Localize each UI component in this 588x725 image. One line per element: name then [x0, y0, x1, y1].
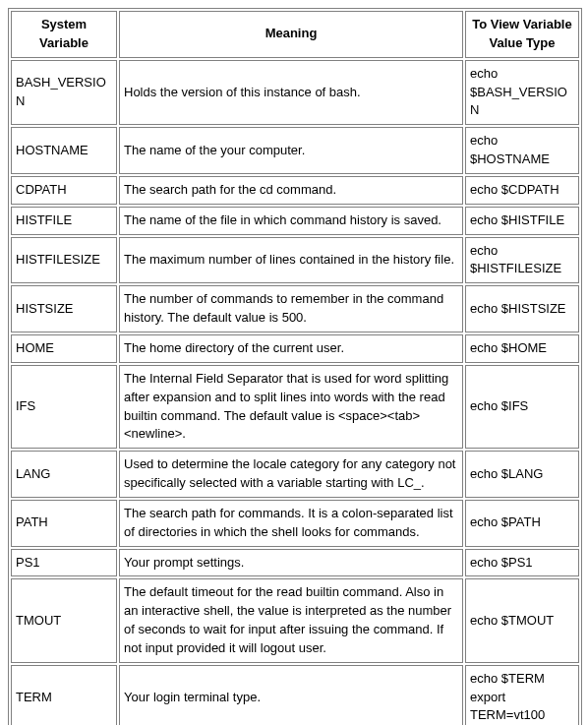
cell-meaning: The Internal Field Separator that is use… [119, 365, 463, 449]
cell-meaning: The search path for commands. It is a co… [119, 500, 463, 547]
cell-system-variable: TERM [11, 665, 117, 725]
header-meaning: Meaning [119, 11, 463, 58]
cell-meaning: The number of commands to remember in th… [119, 285, 463, 332]
cell-view: echo $CDPATH [465, 176, 579, 205]
table-row: IFSThe Internal Field Separator that is … [11, 365, 579, 449]
table-row: CDPATHThe search path for the cd command… [11, 176, 579, 205]
table-row: HOSTNAMEThe name of the your computer.ec… [11, 127, 579, 174]
table-row: LANGUsed to determine the locale categor… [11, 451, 579, 498]
cell-system-variable: BASH_VERSION [11, 60, 117, 126]
cell-meaning: The default timeout for the read builtin… [119, 578, 463, 662]
cell-meaning: The name of the file in which command hi… [119, 207, 463, 235]
cell-system-variable: HOME [11, 334, 117, 363]
cell-view: echo $PS1 [465, 549, 579, 577]
cell-view: echo $HISTSIZE [465, 285, 579, 332]
cell-view: echo $PATH [465, 500, 579, 547]
cell-system-variable: HISTSIZE [11, 285, 117, 332]
cell-meaning: Your login terminal type. [119, 665, 463, 725]
cell-meaning: Used to determine the locale category fo… [119, 451, 463, 498]
cell-view: echo $HOME [465, 334, 579, 363]
cell-view: echo $HOSTNAME [465, 127, 579, 174]
cell-view: echo $LANG [465, 451, 579, 498]
table-row: HISTFILEThe name of the file in which co… [11, 207, 579, 235]
cell-meaning: The maximum number of lines contained in… [119, 237, 463, 284]
cell-system-variable: CDPATH [11, 176, 117, 205]
cell-system-variable: IFS [11, 365, 117, 449]
cell-meaning: The name of the your computer. [119, 127, 463, 174]
table-row: TMOUTThe default timeout for the read bu… [11, 578, 579, 662]
table-row: PATHThe search path for commands. It is … [11, 500, 579, 547]
system-variables-table: System Variable Meaning To View Variable… [8, 8, 582, 725]
cell-system-variable: TMOUT [11, 578, 117, 662]
header-view: To View Variable Value Type [465, 11, 579, 58]
cell-system-variable: PS1 [11, 549, 117, 577]
header-system-variable: System Variable [11, 11, 117, 58]
cell-view: echo $TMOUT [465, 578, 579, 662]
table-row: BASH_VERSIONHolds the version of this in… [11, 60, 579, 126]
cell-system-variable: HISTFILESIZE [11, 237, 117, 284]
cell-view: echo $HISTFILESIZE [465, 237, 579, 284]
cell-system-variable: PATH [11, 500, 117, 547]
cell-view: echo $TERM export TERM=vt100 [465, 665, 579, 725]
table-row: HISTSIZEThe number of commands to rememb… [11, 285, 579, 332]
cell-view: echo $HISTFILE [465, 207, 579, 235]
cell-view: echo $IFS [465, 365, 579, 449]
cell-meaning: Your prompt settings. [119, 549, 463, 577]
table-row: TERMYour login terminal type.echo $TERM … [11, 665, 579, 725]
table-row: PS1Your prompt settings.echo $PS1 [11, 549, 579, 577]
table-row: HISTFILESIZEThe maximum number of lines … [11, 237, 579, 284]
cell-system-variable: HISTFILE [11, 207, 117, 235]
cell-system-variable: HOSTNAME [11, 127, 117, 174]
cell-system-variable: LANG [11, 451, 117, 498]
cell-meaning: The search path for the cd command. [119, 176, 463, 205]
cell-meaning: Holds the version of this instance of ba… [119, 60, 463, 126]
cell-meaning: The home directory of the current user. [119, 334, 463, 363]
table-row: HOMEThe home directory of the current us… [11, 334, 579, 363]
cell-view: echo $BASH_VERSION [465, 60, 579, 126]
table-header-row: System Variable Meaning To View Variable… [11, 11, 579, 58]
